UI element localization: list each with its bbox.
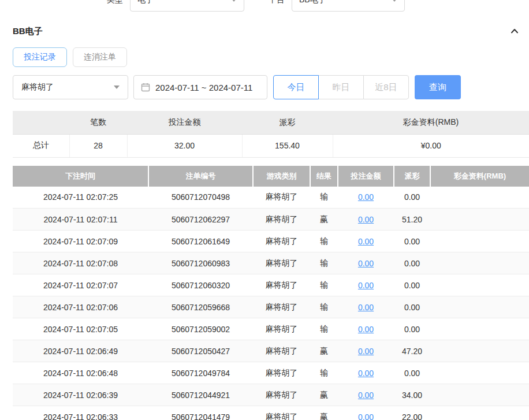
bet-amount-link[interactable]: 0.00 (358, 347, 374, 356)
record-time: 2024-07-11 02:07:25 (13, 187, 148, 209)
bet-amount-link[interactable]: 0.00 (358, 412, 374, 420)
record-bonus (430, 231, 529, 252)
table-row: 2024-07-11 02:07:11 5060712062297 麻将胡了 赢… (13, 209, 529, 231)
record-bet-amount-cell: 0.00 (338, 274, 394, 296)
summary-header-row: 笔数 投注金额 派彩 彩金资料(RMB) (13, 111, 529, 134)
record-payout: 47.20 (394, 340, 430, 362)
type-label: 类型 (107, 0, 123, 5)
summary-table: 笔数 投注金额 派彩 彩金资料(RMB) 总计 28 32.00 155.40 … (13, 111, 529, 158)
bet-amount-link[interactable]: 0.00 (358, 215, 374, 224)
records-header-payout: 派彩 (394, 166, 430, 187)
record-bonus (430, 187, 529, 209)
record-bet-amount-cell: 0.00 (338, 231, 394, 252)
table-row: 2024-07-11 02:06:48 5060712049784 麻将胡了 输… (13, 362, 529, 384)
record-order-id: 5060712049784 (148, 362, 253, 384)
bet-amount-link[interactable]: 0.00 (358, 259, 374, 268)
section-header: BB电子 (0, 24, 529, 38)
record-order-id: 5060712061649 (148, 231, 253, 252)
search-button[interactable]: 查询 (415, 75, 461, 99)
record-game: 麻将胡了 (253, 362, 310, 384)
summary-total-label: 总计 (13, 134, 69, 157)
record-result: 输 (310, 296, 338, 318)
records-header-result: 结果 (310, 166, 338, 187)
records-table: 下注时间 注单编号 游戏类别 结果 投注金额 派彩 彩金资料(RMB) 2024… (13, 166, 529, 420)
filter-bar: 麻将胡了 2024-07-11 ~ 2024-07-11 今日 昨日 近8日 查… (13, 75, 516, 99)
record-bet-amount-cell: 0.00 (338, 209, 394, 231)
record-payout: 0.00 (394, 318, 430, 340)
chevron-up-icon (509, 26, 520, 36)
records-header-order-id: 注单编号 (148, 166, 253, 187)
type-select[interactable]: 电子 (130, 0, 244, 12)
table-row: 2024-07-11 02:07:06 5060712059668 麻将胡了 输… (13, 296, 529, 318)
record-game: 麻将胡了 (253, 340, 310, 362)
quick-range-today-button[interactable]: 今日 (273, 75, 319, 99)
record-game: 麻将胡了 (253, 384, 310, 406)
top-filter-row: 类型 电子 平台 BB电子 (0, 0, 529, 13)
records-header-time: 下注时间 (13, 166, 148, 187)
record-time: 2024-07-11 02:07:05 (13, 318, 148, 340)
platform-label: 平台 (269, 0, 285, 5)
record-bet-amount-cell: 0.00 (338, 252, 394, 274)
record-bonus (430, 362, 529, 384)
bet-amount-link[interactable]: 0.00 (358, 325, 374, 334)
record-game: 麻将胡了 (253, 406, 310, 420)
platform-select[interactable]: BB电子 (292, 0, 405, 12)
table-row: 2024-07-11 02:06:39 5060712044921 麻将胡了 赢… (13, 384, 529, 406)
record-result: 输 (310, 187, 338, 209)
quick-range-last8days-button[interactable]: 近8日 (363, 75, 409, 99)
game-select[interactable]: 麻将胡了 (13, 75, 128, 99)
section-title: BB电子 (13, 26, 43, 37)
record-order-id: 5060712050427 (148, 340, 253, 362)
bet-amount-link[interactable]: 0.00 (358, 281, 374, 290)
bet-amount-link[interactable]: 0.00 (358, 303, 374, 312)
bet-amount-link[interactable]: 0.00 (358, 369, 374, 378)
summary-total-count: 28 (69, 134, 127, 157)
record-order-id: 5060712059002 (148, 318, 253, 340)
record-bet-amount-cell: 0.00 (338, 384, 394, 406)
table-row: 2024-07-11 02:07:08 5060712060983 麻将胡了 输… (13, 252, 529, 274)
summary-header-bonus: 彩金资料(RMB) (333, 111, 529, 134)
record-time: 2024-07-11 02:06:39 (13, 384, 148, 406)
record-order-id: 5060712044921 (148, 384, 253, 406)
tab-cancelled-orders[interactable]: 连消注单 (73, 47, 127, 67)
collapse-button[interactable] (508, 25, 521, 38)
record-result: 输 (310, 318, 338, 340)
record-payout: 0.00 (394, 274, 430, 296)
record-bet-amount-cell: 0.00 (338, 296, 394, 318)
record-order-id: 5060712062297 (148, 209, 253, 231)
record-result: 赢 (310, 384, 338, 406)
record-result: 赢 (310, 209, 338, 231)
records-header-bet-amount: 投注金额 (338, 166, 394, 187)
summary-header-bet-amount: 投注金额 (127, 111, 242, 134)
summary-total-payout: 155.40 (242, 134, 333, 157)
table-row: 2024-07-11 02:06:49 5060712050427 麻将胡了 赢… (13, 340, 529, 362)
bet-amount-link[interactable]: 0.00 (358, 192, 374, 202)
bet-amount-link[interactable]: 0.00 (358, 237, 374, 246)
quick-range-yesterday-button[interactable]: 昨日 (318, 75, 364, 99)
game-select-value: 麻将胡了 (21, 82, 54, 92)
caret-down-icon (114, 86, 120, 89)
record-result: 输 (310, 252, 338, 274)
table-row: 2024-07-11 02:06:33 5060712041479 麻将胡了 赢… (13, 406, 529, 420)
summary-total-bonus: ¥0.00 (333, 134, 529, 157)
record-time: 2024-07-11 02:06:49 (13, 340, 148, 362)
record-time: 2024-07-11 02:06:48 (13, 362, 148, 384)
calendar-icon (141, 83, 150, 92)
record-type-tabs: 投注记录 连消注单 (13, 47, 516, 67)
record-payout: 0.00 (394, 296, 430, 318)
record-payout: 0.00 (394, 252, 430, 274)
record-time: 2024-07-11 02:07:08 (13, 252, 148, 274)
quick-range-group: 今日 昨日 近8日 (273, 75, 409, 99)
record-order-id: 5060712060320 (148, 274, 253, 296)
tab-bet-records[interactable]: 投注记录 (13, 47, 67, 67)
record-result: 输 (310, 362, 338, 384)
record-bonus (430, 296, 529, 318)
record-time: 2024-07-11 02:07:06 (13, 296, 148, 318)
record-game: 麻将胡了 (253, 296, 310, 318)
type-select-value: 电子 (137, 0, 154, 5)
table-row: 2024-07-11 02:07:09 5060712061649 麻将胡了 输… (13, 231, 529, 252)
record-bonus (430, 252, 529, 274)
record-order-id: 5060712070498 (148, 187, 253, 209)
bet-amount-link[interactable]: 0.00 (358, 391, 374, 400)
date-range-input[interactable]: 2024-07-11 ~ 2024-07-11 (133, 75, 267, 99)
